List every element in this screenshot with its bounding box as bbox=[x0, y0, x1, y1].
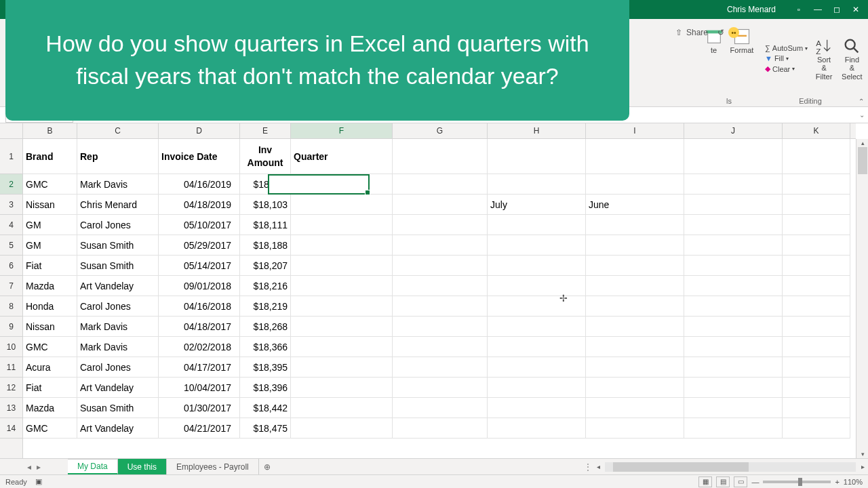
cell[interactable] bbox=[783, 337, 850, 357]
cell[interactable]: July bbox=[488, 195, 586, 215]
cell[interactable]: 05/14/2017 bbox=[159, 256, 240, 276]
cell[interactable] bbox=[586, 256, 684, 276]
cell[interactable]: Quarter bbox=[291, 139, 393, 174]
horizontal-scrollbar[interactable]: ⋮ ◂ ▸ bbox=[583, 459, 868, 474]
cell[interactable]: GM bbox=[23, 235, 77, 256]
cell[interactable]: 05/29/2017 bbox=[159, 235, 240, 256]
cell[interactable] bbox=[684, 337, 783, 357]
cell[interactable] bbox=[393, 139, 488, 174]
vertical-scrollbar[interactable]: ▴ ▾ bbox=[856, 139, 868, 458]
cell[interactable] bbox=[783, 139, 850, 174]
cell[interactable]: 01/30/2017 bbox=[159, 398, 240, 418]
cell[interactable]: $18,207 bbox=[240, 256, 291, 276]
col-header-J[interactable]: J bbox=[684, 123, 783, 138]
cell[interactable]: Mark Davis bbox=[77, 337, 159, 357]
prev-sheet-icon[interactable]: ◂ bbox=[27, 462, 31, 472]
cell[interactable] bbox=[291, 398, 393, 418]
cell[interactable] bbox=[488, 418, 586, 439]
cell[interactable] bbox=[291, 256, 393, 276]
cell[interactable] bbox=[783, 174, 850, 195]
row-header-11[interactable]: 11 bbox=[0, 357, 22, 378]
col-header-F[interactable]: F bbox=[291, 123, 393, 138]
cell[interactable] bbox=[488, 337, 586, 357]
collapse-ribbon-icon[interactable]: ⌃ bbox=[859, 98, 864, 105]
share-button[interactable]: Share bbox=[686, 28, 708, 37]
normal-view-button[interactable]: ▦ bbox=[698, 476, 712, 487]
hsplit-icon[interactable]: ⋮ bbox=[583, 462, 593, 472]
row-header-9[interactable]: 9 bbox=[0, 317, 22, 337]
cell[interactable] bbox=[393, 215, 488, 235]
cell[interactable]: 04/17/2017 bbox=[159, 357, 240, 378]
cell[interactable] bbox=[586, 337, 684, 357]
clear-button[interactable]: ◆Clear▾ bbox=[764, 64, 809, 74]
scroll-down-icon[interactable]: ▾ bbox=[856, 450, 868, 458]
hscroll-thumb[interactable] bbox=[613, 462, 749, 472]
cell[interactable] bbox=[393, 174, 488, 195]
cell[interactable] bbox=[783, 317, 850, 337]
col-header-G[interactable]: G bbox=[393, 123, 488, 138]
cell[interactable] bbox=[783, 276, 850, 296]
zoom-out-button[interactable]: — bbox=[751, 478, 759, 486]
zoom-in-button[interactable]: + bbox=[835, 478, 839, 486]
sheet-tab-usethis[interactable]: Use this bbox=[118, 459, 167, 474]
cell[interactable] bbox=[783, 256, 850, 276]
sheet-tab-mydata[interactable]: My Data bbox=[68, 459, 118, 474]
tab-nav[interactable]: ◂▸ bbox=[0, 459, 68, 474]
close-button[interactable]: ✕ bbox=[846, 2, 865, 17]
share-icon[interactable]: ⇧ bbox=[675, 28, 682, 37]
feedback-smiley-icon[interactable]: •• bbox=[728, 27, 739, 38]
cell[interactable]: Brand bbox=[23, 139, 77, 174]
cell[interactable] bbox=[393, 256, 488, 276]
cell[interactable]: Mazda bbox=[23, 276, 77, 296]
cell[interactable] bbox=[684, 378, 783, 398]
cell[interactable]: Honda bbox=[23, 296, 77, 317]
cell[interactable] bbox=[586, 215, 684, 235]
cell[interactable]: Art Vandelay bbox=[77, 378, 159, 398]
cell[interactable] bbox=[291, 296, 393, 317]
cell[interactable]: Susan Smith bbox=[77, 235, 159, 256]
cell[interactable] bbox=[488, 139, 586, 174]
ribbon-options-icon[interactable]: ▫ bbox=[789, 2, 808, 17]
row-header-6[interactable]: 6 bbox=[0, 256, 22, 276]
cell[interactable] bbox=[291, 337, 393, 357]
cell[interactable]: $18,111 bbox=[240, 215, 291, 235]
cell[interactable]: Fiat bbox=[23, 378, 77, 398]
cell[interactable] bbox=[586, 317, 684, 337]
cell[interactable]: Invoice Date bbox=[159, 139, 240, 174]
cell[interactable] bbox=[783, 418, 850, 439]
cell[interactable] bbox=[586, 276, 684, 296]
cell[interactable] bbox=[488, 317, 586, 337]
autosum-button[interactable]: ∑AutoSum▾ bbox=[764, 43, 809, 53]
cell[interactable]: GMC bbox=[23, 418, 77, 439]
cell[interactable]: Mazda bbox=[23, 398, 77, 418]
scroll-right-icon[interactable]: ▸ bbox=[857, 462, 868, 472]
col-header-E[interactable]: E bbox=[240, 123, 291, 138]
cell[interactable]: Art Vandelay bbox=[77, 418, 159, 439]
spreadsheet-grid[interactable]: BCDEFGHIJK 1234567891011121314 BrandRepI… bbox=[0, 123, 868, 458]
cell[interactable] bbox=[393, 235, 488, 256]
cell[interactable] bbox=[586, 174, 684, 195]
cell[interactable] bbox=[291, 235, 393, 256]
row-header-13[interactable]: 13 bbox=[0, 398, 22, 418]
row-header-5[interactable]: 5 bbox=[0, 235, 22, 256]
cell[interactable]: $18,219 bbox=[240, 296, 291, 317]
cell[interactable]: GM bbox=[23, 215, 77, 235]
cell[interactable] bbox=[393, 378, 488, 398]
cell[interactable]: 02/02/2018 bbox=[159, 337, 240, 357]
cell[interactable] bbox=[684, 139, 783, 174]
cell[interactable]: June bbox=[586, 195, 684, 215]
cells-area[interactable]: BrandRepInvoice DateInvAmountQuarterGMCM… bbox=[23, 139, 856, 458]
cell[interactable] bbox=[488, 296, 586, 317]
cell[interactable]: $18,395 bbox=[240, 357, 291, 378]
cell[interactable]: $18,396 bbox=[240, 378, 291, 398]
cell[interactable] bbox=[393, 398, 488, 418]
cell[interactable] bbox=[684, 276, 783, 296]
cell[interactable] bbox=[393, 195, 488, 215]
cell[interactable] bbox=[488, 276, 586, 296]
cell[interactable] bbox=[488, 256, 586, 276]
col-header-I[interactable]: I bbox=[586, 123, 684, 138]
select-all-corner[interactable] bbox=[0, 123, 23, 139]
cell[interactable]: $18,216 bbox=[240, 276, 291, 296]
row-headers[interactable]: 1234567891011121314 bbox=[0, 139, 23, 458]
page-layout-view-button[interactable]: ▤ bbox=[716, 476, 730, 487]
